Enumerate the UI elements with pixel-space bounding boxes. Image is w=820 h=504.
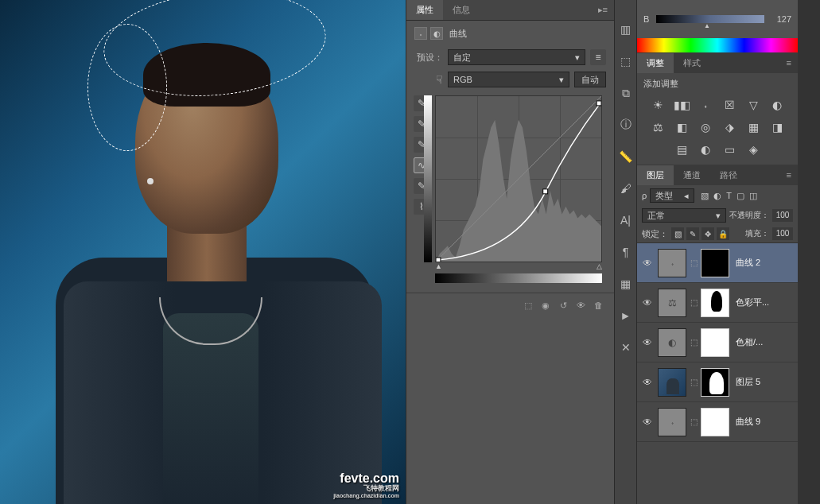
mask-icon[interactable]: ◐	[430, 27, 443, 40]
layer-row[interactable]: 👁 ⬫ ⬚ 曲线 9	[637, 402, 798, 442]
adjustment-thumbnail[interactable]: ⬫	[658, 408, 686, 436]
curves-icon[interactable]: ⬫	[698, 98, 713, 112]
panel-menu-icon[interactable]: ≡	[780, 55, 798, 71]
adjustment-thumbnail[interactable]: ⚖	[658, 289, 686, 317]
lock-position-icon[interactable]: ✥	[701, 227, 714, 240]
invert-icon[interactable]: ◨	[769, 120, 785, 134]
navigator-panel-icon[interactable]: ⬚	[617, 52, 635, 70]
filter-pixel-icon[interactable]: ▧	[701, 191, 709, 201]
auto-button[interactable]: 自动	[574, 72, 606, 87]
panel-menu-icon[interactable]: ≡	[780, 167, 798, 183]
vibrance-icon[interactable]: ▽	[745, 98, 761, 112]
layer-mask-thumbnail[interactable]	[701, 328, 729, 357]
watermark: fevte.com 飞特教程网 jiaochang.chazidian.com	[333, 471, 399, 499]
layer-filter-dropdown[interactable]: 类型◂	[650, 188, 694, 203]
visibility-toggle-icon[interactable]: 👁	[640, 258, 655, 269]
tab-channels[interactable]: 通道	[674, 165, 710, 185]
brightness-icon[interactable]: ☀	[650, 98, 666, 112]
reset-icon[interactable]: ↺	[555, 298, 571, 312]
visibility-toggle-icon[interactable]: 👁	[640, 297, 655, 308]
gradient-map-icon[interactable]: ▭	[721, 142, 737, 157]
channel-mixer-icon[interactable]: ⬗	[721, 120, 737, 134]
lookup-icon[interactable]: ▦	[745, 120, 761, 134]
tab-properties[interactable]: 属性	[406, 0, 443, 20]
hue-sat-icon[interactable]: ◐	[769, 98, 785, 112]
color-spectrum[interactable]	[637, 38, 798, 52]
layer-name[interactable]: 曲线 9	[736, 416, 760, 428]
image-thumbnail[interactable]	[658, 368, 686, 397]
photo-filter-icon[interactable]: ◎	[698, 120, 713, 134]
selective-color-icon[interactable]: ◈	[745, 142, 761, 157]
tab-adjustments[interactable]: 调整	[637, 53, 674, 73]
panel-menu-icon[interactable]: ▸≡	[592, 2, 614, 18]
layer-name[interactable]: 曲线 2	[736, 257, 760, 269]
adjustment-thumbnail[interactable]: ⬫	[658, 249, 686, 277]
visibility-toggle-icon[interactable]: 👁	[640, 377, 655, 388]
layer-row[interactable]: 👁 ◐ ⬚ 色相/...	[637, 323, 798, 362]
tab-styles[interactable]: 样式	[674, 53, 710, 73]
adjustment-thumbnail[interactable]: ◐	[658, 328, 686, 357]
b-channel-slider[interactable]: ▲	[656, 15, 764, 23]
fill-value[interactable]: 100	[772, 227, 793, 240]
tools-panel-icon[interactable]: ✕	[617, 339, 635, 356]
mask-link-icon[interactable]: ⬚	[690, 258, 698, 267]
mask-link-icon[interactable]: ⬚	[690, 417, 698, 426]
swatches-panel-icon[interactable]: ▦	[617, 275, 635, 293]
channel-dropdown[interactable]: RGB▾	[448, 72, 569, 87]
mask-link-icon[interactable]: ⬚	[690, 378, 698, 386]
brush-panel-icon[interactable]: 🖌	[617, 180, 635, 197]
exposure-icon[interactable]: ☒	[721, 98, 737, 112]
filter-smart-icon[interactable]: ◫	[749, 191, 757, 201]
tab-layers[interactable]: 图层	[637, 165, 674, 185]
visibility-toggle-icon[interactable]: 👁	[640, 337, 655, 348]
tab-info[interactable]: 信息	[443, 0, 480, 20]
threshold-icon[interactable]: ◐	[698, 142, 713, 157]
preset-menu-icon[interactable]: ≡	[590, 49, 606, 65]
character-panel-icon[interactable]: A|	[617, 211, 635, 229]
curve-line[interactable]	[436, 96, 601, 262]
layer-row[interactable]: 👁 ⬫ ⬚ 曲线 2	[637, 243, 798, 283]
delete-adjustment-icon[interactable]: 🗑	[590, 298, 606, 312]
layer-name[interactable]: 色相/...	[736, 336, 763, 348]
filter-adjust-icon[interactable]: ◐	[713, 191, 721, 201]
visibility-toggle-icon[interactable]: 👁	[640, 417, 655, 428]
view-previous-icon[interactable]: ◉	[538, 298, 554, 312]
opacity-value[interactable]: 100	[772, 209, 793, 222]
mask-link-icon[interactable]: ⬚	[690, 298, 698, 307]
blend-mode-dropdown[interactable]: 正常▾	[642, 208, 726, 223]
layer-name[interactable]: 色彩平...	[736, 297, 769, 308]
lock-transparency-icon[interactable]: ▧	[671, 227, 684, 240]
layer-name[interactable]: 图层 5	[736, 376, 760, 388]
filter-shape-icon[interactable]: ▢	[736, 191, 744, 201]
layer-row[interactable]: 👁 ⬚ 图层 5	[637, 362, 798, 402]
layer-row[interactable]: 👁 ⚖ ⬚ 色彩平...	[637, 283, 798, 323]
clone-panel-icon[interactable]: ⧉	[617, 84, 635, 102]
levels-icon[interactable]: ▮◧	[674, 98, 690, 112]
finger-tool-icon[interactable]: ☟	[414, 73, 443, 86]
timeline-panel-icon[interactable]: ►	[617, 307, 635, 324]
posterize-icon[interactable]: ▤	[674, 142, 690, 157]
lock-pixels-icon[interactable]: ✎	[686, 227, 699, 240]
lock-all-icon[interactable]: 🔒	[717, 227, 729, 240]
filter-type-icon[interactable]: T	[726, 191, 732, 201]
histogram-panel-icon[interactable]: ▥	[617, 21, 635, 38]
paragraph-panel-icon[interactable]: ¶	[617, 243, 635, 261]
info-panel-icon[interactable]: ⓘ	[617, 116, 635, 134]
b-channel-value[interactable]: 127	[768, 14, 791, 24]
tab-paths[interactable]: 路径	[710, 165, 747, 185]
document-canvas[interactable]: fevte.com 飞特教程网 jiaochang.chazidian.com	[0, 0, 406, 504]
layer-mask-thumbnail[interactable]	[701, 249, 729, 277]
ruler-panel-icon[interactable]: 📏	[617, 148, 635, 165]
input-sliders[interactable]: ▲△	[435, 262, 602, 270]
color-balance-icon[interactable]: ⚖	[650, 120, 666, 134]
layer-mask-thumbnail[interactable]	[701, 408, 729, 436]
curves-graph[interactable]	[435, 95, 602, 262]
layer-mask-thumbnail[interactable]	[701, 368, 729, 397]
preset-dropdown[interactable]: 自定▾	[448, 49, 585, 65]
toggle-visibility-icon[interactable]: 👁	[573, 298, 589, 312]
bw-icon[interactable]: ◧	[674, 120, 690, 134]
mask-link-icon[interactable]: ⬚	[690, 338, 698, 347]
layer-mask-thumbnail[interactable]	[701, 289, 729, 317]
clip-to-layer-icon[interactable]: ⬚	[520, 298, 536, 312]
selection-marquee[interactable]	[87, 24, 167, 151]
